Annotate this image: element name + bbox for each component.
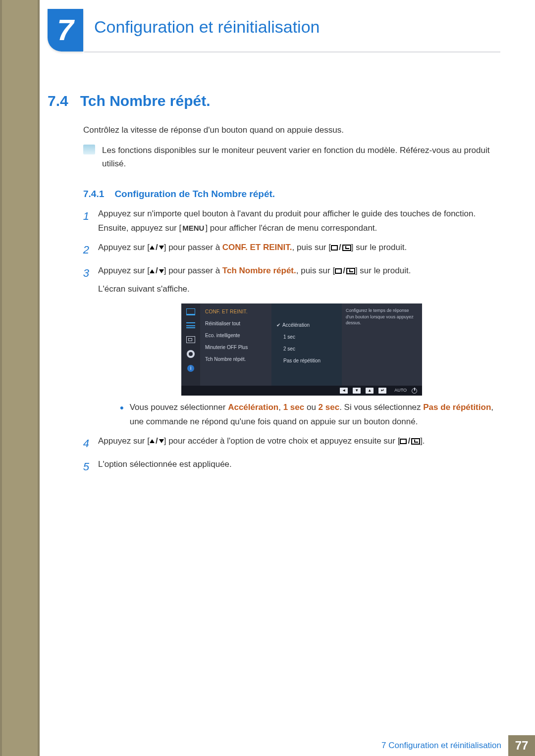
text: Appuyez sur [	[98, 243, 150, 252]
up-down-icon: /	[150, 434, 164, 449]
highlight: CONF. ET REINIT.	[222, 243, 292, 252]
monitor-icon	[186, 308, 195, 315]
power-icon	[412, 388, 417, 394]
title-underline	[84, 51, 500, 52]
footer-text: 7 Configuration et réinitialisation	[381, 741, 501, 751]
text: ] sur le produit.	[355, 266, 411, 275]
bullet-text: Vous pouvez sélectionner Accélération, 1…	[130, 401, 496, 429]
highlight: Tch Nombre répét.	[222, 266, 296, 275]
step-body: Appuyez sur [/] pour passer à CONF. ET R…	[98, 241, 496, 255]
step-3: 3 Appuyez sur [/] pour passer à Tch Nomb…	[80, 264, 496, 429]
osd-screenshot: i CONF. ET REINIT. Réinitialiser tout Ec…	[181, 303, 422, 396]
text: ] pour accéder à l'option de votre choix…	[164, 436, 400, 446]
select-enter-icon: /	[400, 434, 420, 449]
osd-option: Pas de répétition	[276, 356, 337, 365]
osd-menu: CONF. ET REINIT. Réinitialiser tout Eco.…	[200, 303, 271, 386]
osd-menu-title: CONF. ET REINIT.	[205, 307, 267, 316]
select-enter-icon: /	[331, 241, 351, 255]
step-number: 5	[80, 457, 89, 476]
text: ,	[278, 403, 283, 412]
text: L'écran suivant s'affiche.	[98, 282, 496, 297]
step-body: Appuyez sur [/] pour passer à Tch Nombre…	[98, 264, 496, 429]
bullet-note: • Vous pouvez sélectionner Accélération,…	[120, 401, 496, 429]
side-accent-bar	[0, 0, 40, 756]
section-heading: 7.4 Tch Nombre répét.	[48, 93, 211, 109]
text: ].	[420, 436, 425, 446]
step-body: Appuyez sur [/] pour accéder à l'option …	[98, 434, 496, 449]
footer-page-number: 77	[508, 735, 535, 756]
highlight: 2 sec	[319, 403, 340, 412]
osd-option: ✔Accélération	[276, 321, 337, 329]
text: ] pour afficher l'écran de menu correspo…	[205, 223, 377, 233]
osd-tooltip: Configurez le temps de réponse d'un bout…	[342, 303, 422, 386]
osd-menu-item: Tch Nombre répét.	[205, 355, 267, 363]
step-1: 1 Appuyez sur n'importe quel bouton à l'…	[80, 207, 496, 236]
step-5: 5 L'option sélectionnée est appliquée.	[80, 457, 496, 476]
section-number: 7.4	[48, 93, 68, 109]
highlight: 1 sec	[283, 403, 305, 412]
osd-menu-item: Minuterie OFF Plus	[205, 343, 267, 352]
step-body: L'option sélectionnée est appliquée.	[98, 457, 496, 472]
step-number: 2	[80, 241, 89, 259]
text: Accélération	[282, 321, 310, 329]
highlight: Pas de répétition	[423, 403, 491, 412]
left-icon: ◄	[340, 388, 348, 394]
note-text: Les fonctions disponibles sur le moniteu…	[102, 144, 494, 170]
text: Appuyez sur [	[98, 266, 150, 275]
gear-icon	[187, 350, 195, 358]
steps-list: 1 Appuyez sur n'importe quel bouton à l'…	[80, 207, 496, 481]
text: Vous pouvez sélectionner	[130, 403, 228, 412]
text: , puis sur [	[292, 243, 331, 252]
osd-option: 2 sec	[276, 345, 337, 353]
menu-label: MENU	[181, 222, 205, 235]
enter-icon: ↵	[378, 388, 386, 394]
up-down-icon: /	[150, 264, 164, 278]
up-icon: ▲	[366, 388, 374, 394]
down-icon: ▼	[353, 388, 361, 394]
chapter-badge: 7	[48, 9, 83, 51]
section-title: Tch Nombre répét.	[80, 93, 211, 109]
subsection-number: 7.4.1	[83, 189, 104, 199]
text: ] pour passer à	[164, 266, 222, 275]
check-icon: ✔	[276, 321, 280, 329]
text: ] sur le produit.	[351, 243, 407, 252]
up-down-icon: /	[150, 241, 164, 255]
bullet-icon: •	[120, 403, 124, 429]
step-body: Appuyez sur n'importe quel bouton à l'av…	[98, 207, 496, 236]
text: . Si vous sélectionnez	[339, 403, 423, 412]
menu-icon	[186, 322, 195, 329]
auto-label: AUTO	[394, 387, 407, 394]
text: Pas de répétition	[283, 356, 321, 365]
note-block: Les fonctions disponibles sur le moniteu…	[83, 144, 494, 170]
text: 2 sec	[283, 345, 295, 353]
step-number: 1	[80, 207, 89, 225]
footer: 7 Configuration et réinitialisation 77	[40, 735, 535, 756]
resize-icon	[186, 336, 195, 343]
intro-text: Contrôlez la vitesse de réponse d'un bou…	[83, 125, 344, 135]
step-4: 4 Appuyez sur [/] pour accéder à l'optio…	[80, 434, 496, 453]
osd-menu-item: Eco. intelligente	[205, 331, 267, 340]
osd-menu-item: Réinitialiser tout	[205, 319, 267, 328]
text: Appuyez sur [	[98, 436, 150, 446]
text: , puis sur [	[296, 266, 335, 275]
side-accent-inner	[2, 0, 38, 756]
text: ] pour passer à	[164, 243, 222, 252]
step-number: 3	[80, 264, 89, 282]
osd-sidebar: i	[181, 303, 200, 386]
subsection-title: Configuration de Tch Nombre répét.	[114, 189, 275, 199]
step-2: 2 Appuyez sur [/] pour passer à CONF. ET…	[80, 241, 496, 259]
note-icon	[83, 145, 95, 154]
osd-nav-bar: ◄ ▼ ▲ ↵ AUTO	[181, 386, 422, 396]
text: ou	[304, 403, 318, 412]
select-enter-icon: /	[335, 264, 355, 278]
info-icon: i	[187, 365, 194, 372]
osd-submenu: ✔Accélération 1 sec 2 sec Pas de répétit…	[271, 303, 342, 386]
step-number: 4	[80, 434, 89, 453]
osd-option: 1 sec	[276, 333, 337, 341]
text: 1 sec	[283, 333, 295, 341]
highlight: Accélération	[228, 403, 278, 412]
subsection-heading: 7.4.1 Configuration de Tch Nombre répét.	[83, 189, 275, 200]
chapter-title: Configuration et réinitialisation	[94, 17, 320, 37]
